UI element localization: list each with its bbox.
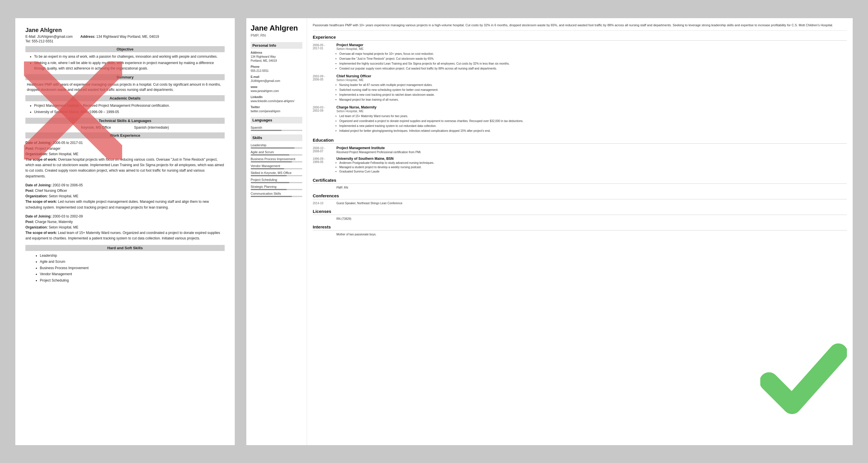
conferences-title: Conferences bbox=[313, 193, 847, 199]
left-tel: 555-212-5551 bbox=[32, 39, 54, 43]
address-label: Address bbox=[251, 51, 302, 54]
left-skills-row: Keynote, MS Office Spanish (intermediate… bbox=[25, 126, 225, 130]
skill-agile-bar bbox=[251, 154, 302, 156]
email-label: E-mail bbox=[251, 75, 302, 78]
list-item: Nursing leader for all 87 nurses with mu… bbox=[339, 83, 847, 87]
conf-1-date: 2014-10 bbox=[313, 202, 333, 205]
conf-1: 2014-10 Guest Speaker, Northeast Shingo … bbox=[313, 202, 847, 205]
left-address-label: Address: bbox=[80, 35, 95, 39]
skill-vendor: Vendor Management bbox=[251, 164, 302, 168]
list-item: Oversaw the "Just in Time Restock" proje… bbox=[339, 57, 847, 61]
left-email: JUAhlgren@gmail.com bbox=[37, 35, 73, 39]
list-item: Created our popular supply room relocati… bbox=[339, 66, 847, 71]
skill-project-scheduling: Project Scheduling bbox=[251, 178, 302, 181]
twitter-value: twitter.com/janeahlgren bbox=[251, 109, 302, 113]
left-hard-soft-header: Hard and Soft Skills bbox=[25, 245, 225, 251]
work-org-label: Organization: bbox=[25, 225, 48, 229]
skill-project-scheduling-bar bbox=[251, 182, 302, 183]
work-post: Project manager bbox=[35, 146, 60, 151]
linkedin-value: www.linkedin.com/in/jane-ahlgren/ bbox=[251, 99, 302, 103]
exp-3-company: Seton Hospital, ME bbox=[336, 109, 847, 113]
skill-leadership-bar bbox=[251, 147, 302, 148]
skill-bpi-bar bbox=[251, 161, 302, 162]
edu-1-content: Project Management Institute Received Pr… bbox=[336, 146, 847, 154]
work-scope-label: The scope of work: bbox=[25, 200, 57, 204]
exp-1-title: Project Manager bbox=[336, 43, 847, 47]
skill-leadership: Leadership bbox=[251, 143, 302, 147]
list-item: Organized and coordinated a project to d… bbox=[339, 119, 847, 123]
list-item: University of Southern Maine, BSN (1996-… bbox=[34, 109, 225, 115]
edu-1-school: Project Management Institute bbox=[336, 146, 847, 150]
exp-2-title: Chief Nursing Officer bbox=[336, 74, 847, 78]
exp-1-bullets: Oversaw all major hospital projects for … bbox=[339, 52, 847, 71]
work-date-label: Date of Joining: bbox=[25, 183, 52, 187]
list-item: Managed project for lean training of all… bbox=[339, 98, 847, 102]
work-scope-label: The scope of work: bbox=[25, 158, 57, 162]
edu-2-content: University of Southern Maine, BSN Anders… bbox=[336, 157, 847, 174]
left-skill1: Keynote, MS Office bbox=[81, 126, 111, 130]
left-tel-line: Tel: 555-212-5551 bbox=[25, 39, 225, 43]
list-item: Andersen Postgraduate Fellowship to stud… bbox=[339, 161, 847, 165]
edu-1-date: 2008-10 -2008-07 bbox=[313, 146, 333, 154]
languages-section: Languages bbox=[251, 117, 302, 124]
certificates-section: Certificates PMP, RN bbox=[313, 178, 847, 189]
skill-communication-bar bbox=[251, 196, 302, 197]
left-work-entry-1: Date of Joining: 2006-05 to 2017-01 Post… bbox=[25, 140, 225, 179]
list-item: Implemented a new patient tracking syste… bbox=[339, 124, 847, 128]
int-1-value: Mother of two passionate boys. bbox=[336, 233, 847, 236]
work-post-label: Post: bbox=[25, 220, 34, 224]
exp-3-title: Charge Nurse, Maternity bbox=[336, 105, 847, 109]
list-item: Led team of 15+ Maternity Ward nurses fo… bbox=[339, 114, 847, 118]
work-post: Chief Nursing Officer bbox=[35, 189, 67, 193]
edu-2-bullets: Andersen Postgraduate Fellowship to stud… bbox=[339, 161, 847, 174]
list-item: Project Scheduling bbox=[40, 277, 225, 284]
work-date: 2002-09 to 2006-05 bbox=[53, 183, 83, 187]
interests-title: Interests bbox=[313, 225, 847, 231]
work-date: 2000-03 to 2002-09 bbox=[53, 214, 83, 219]
list-item: Business Process Improvement bbox=[40, 265, 225, 271]
int-1: Mother of two passionate boys. bbox=[313, 233, 847, 236]
left-name: Jane Ahlgren bbox=[25, 27, 225, 33]
phone-value: 555-212-5551 bbox=[251, 69, 302, 73]
right-name: Jane Ahlgren bbox=[251, 24, 302, 32]
exp-2-bullets: Nursing leader for all 87 nurses with mu… bbox=[339, 83, 847, 102]
email-value: JUAhlgren@gmail.com bbox=[251, 79, 302, 83]
edu-2-school: University of Southern Maine, BSN bbox=[336, 157, 847, 161]
lic-1: RN (73829) bbox=[313, 217, 847, 221]
conf-1-value: Guest Speaker, Northeast Shingo Lean Con… bbox=[336, 202, 847, 205]
right-sidebar: Jane Ahlgren PMP, RN Personal Info Addre… bbox=[246, 18, 307, 445]
list-item: Agile and Scrum bbox=[40, 259, 225, 265]
edu-2: 1996-09 -1999-05 University of Southern … bbox=[313, 157, 847, 174]
education-title: Education bbox=[313, 138, 847, 144]
skill-strategic: Strategic Planning bbox=[251, 185, 302, 188]
list-item: Oversaw all major hospital projects for … bbox=[339, 52, 847, 56]
exp-1: 2006-05 -2017-01 Project Manager Seton H… bbox=[313, 43, 847, 71]
skill-keynote: Skilled in Keynote, MS Office bbox=[251, 171, 302, 174]
resume-good: Jane Ahlgren PMP, RN Personal Info Addre… bbox=[246, 18, 853, 445]
list-item: Project Management Institute – Received … bbox=[34, 103, 225, 108]
work-date-label: Date of Joining: bbox=[25, 214, 52, 219]
left-work-entry-2: Date of Joining: 2002-09 to 2006-05 Post… bbox=[25, 183, 225, 210]
work-post-label: Post: bbox=[25, 189, 34, 193]
skill-bpi: Business Process Improvement bbox=[251, 157, 302, 161]
work-date-label: Date of Joining: bbox=[25, 141, 52, 145]
lic-1-value: RN (73829) bbox=[336, 217, 847, 221]
list-item: Initiated project for better gloving/gow… bbox=[339, 129, 847, 133]
left-technical-header: Technical Skills & Languages bbox=[25, 118, 225, 124]
left-summary-text: Healthcare PMP with years of experience … bbox=[27, 82, 223, 92]
work-org: Seton Hospital, ME bbox=[49, 194, 79, 198]
list-item: Leadership bbox=[40, 253, 225, 259]
phone-label: Phone bbox=[251, 65, 302, 68]
work-post: Charge Nurse, Maternity bbox=[35, 220, 73, 224]
work-org-label: Organization: bbox=[25, 194, 48, 198]
skills-section: Skills bbox=[251, 134, 302, 141]
experience-section: Experience 2006-05 -2017-01 Project Mana… bbox=[313, 35, 847, 134]
education-section: Education 2008-10 -2008-07 Project Manag… bbox=[313, 138, 847, 174]
edu-1-detail: Received Project Management Professional… bbox=[336, 150, 847, 154]
skill-communication: Communication Skills bbox=[251, 192, 302, 195]
left-academic-header: Academic Details bbox=[25, 95, 225, 101]
int-1-date bbox=[313, 233, 333, 236]
exp-3-bullets: Led team of 15+ Maternity Ward nurses fo… bbox=[339, 114, 847, 133]
work-org-label: Organization: bbox=[25, 152, 48, 156]
page-container: Jane Ahlgren E-Mail: JUAhlgren@gmail.com… bbox=[15, 18, 853, 445]
